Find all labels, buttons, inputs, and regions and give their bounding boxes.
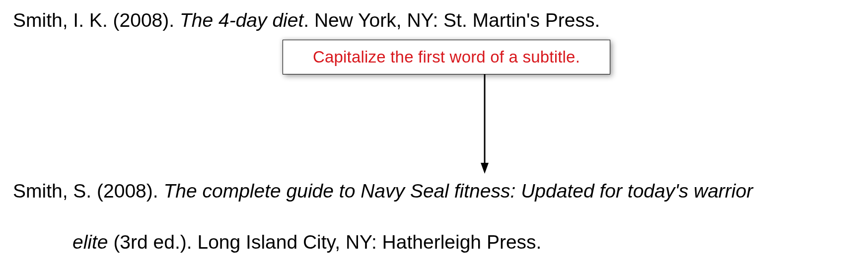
- callout-text: Capitalize the first word of a subtitle.: [313, 48, 580, 67]
- citation-entry-2: Smith, S. (2008). The complete guide to …: [13, 178, 857, 256]
- citation-2-after: Long Island City, NY: Hatherleigh Press.: [197, 231, 541, 253]
- citation-1-after: . New York, NY: St. Martin's Press.: [303, 9, 600, 31]
- callout-box: Capitalize the first word of a subtitle.: [283, 40, 610, 74]
- citation-2-edition: (3rd ed.).: [108, 231, 198, 253]
- citation-entry-1: Smith, I. K. (2008). The 4-day diet. New…: [13, 7, 600, 34]
- citation-1-author: Smith, I. K. (2008).: [13, 9, 180, 31]
- arrow-down-icon: [480, 74, 490, 174]
- citation-2-title-line1: The complete guide to Navy Seal fitness:…: [163, 180, 753, 202]
- citation-2-author: Smith, S. (2008).: [13, 180, 163, 202]
- citation-2-title-line2: elite: [72, 231, 108, 253]
- svg-marker-1: [481, 163, 489, 174]
- citation-1-title: The 4-day diet: [180, 9, 303, 31]
